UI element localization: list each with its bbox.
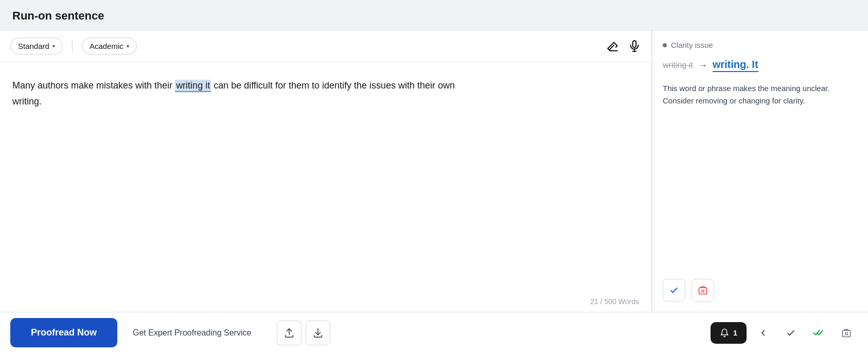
accept-all-icon	[813, 327, 824, 339]
eraser-button[interactable]	[606, 40, 619, 53]
style-chevron-icon: ▾	[52, 43, 55, 49]
upload-icon	[284, 327, 295, 339]
toolbar-icons	[606, 40, 641, 53]
arrow-icon: →	[698, 60, 707, 71]
word-count: 21 / 500 Words	[0, 293, 651, 312]
prev-button[interactable]	[752, 322, 774, 344]
prev-icon	[758, 328, 768, 338]
original-text: writing it	[663, 61, 693, 70]
editor-panel: Standard ▾ Academic ▾	[0, 30, 652, 312]
suggestion-description: This word or phrase makes the meaning un…	[663, 82, 858, 107]
clarity-label-row: Clarity issue	[663, 41, 858, 49]
accept-all-button[interactable]	[807, 322, 830, 344]
notification-button[interactable]: 1	[711, 322, 747, 344]
eraser-icon	[606, 40, 619, 53]
reject-icon	[698, 285, 708, 295]
upload-button[interactable]	[277, 321, 302, 345]
microphone-button[interactable]	[628, 40, 641, 53]
goal-chevron-icon: ▾	[127, 43, 129, 49]
accept-single-icon	[786, 328, 796, 338]
notification-count: 1	[733, 328, 737, 337]
proofread-now-button[interactable]: Proofread Now	[10, 318, 117, 347]
svg-rect-0	[633, 41, 636, 47]
suggestion-row: writing it → writing. It	[663, 59, 858, 72]
accept-icon	[669, 285, 679, 295]
main-area: Standard ▾ Academic ▾	[0, 30, 868, 312]
text-before-highlight: Many authors make mistakes with their	[12, 80, 175, 91]
download-button[interactable]	[306, 321, 330, 345]
accept-single-button[interactable]	[780, 322, 802, 344]
editor-toolbar: Standard ▾ Academic ▾	[0, 30, 651, 62]
accept-suggestion-button[interactable]	[663, 279, 685, 302]
highlighted-phrase: writing it	[175, 80, 211, 92]
delete-button[interactable]	[835, 322, 858, 344]
reject-suggestion-button[interactable]	[692, 279, 714, 302]
suggestion-actions	[663, 279, 858, 302]
download-icon	[312, 327, 324, 339]
bottom-bar: Proofread Now Get Expert Proofreading Se…	[0, 312, 868, 353]
style-select[interactable]: Standard ▾	[10, 38, 63, 55]
suggested-text: writing. It	[713, 59, 758, 72]
toolbar-divider	[72, 40, 73, 52]
top-bar: Run-on sentence	[0, 0, 868, 30]
clarity-issue-label: Clarity issue	[671, 41, 713, 49]
page-title: Run-on sentence	[12, 9, 104, 22]
svg-rect-3	[699, 288, 707, 294]
goal-select[interactable]: Academic ▾	[82, 38, 137, 55]
editor-text: Many authors make mistakes with their wr…	[12, 78, 475, 109]
delete-icon	[841, 328, 852, 338]
goal-label: Academic	[90, 42, 123, 50]
style-label: Standard	[18, 42, 49, 50]
right-panel: Clarity issue writing it → writing. It T…	[652, 30, 868, 312]
bell-icon	[720, 328, 729, 338]
editor-content[interactable]: Many authors make mistakes with their wr…	[0, 62, 651, 293]
clarity-dot-icon	[663, 43, 667, 47]
svg-rect-6	[843, 330, 851, 337]
expert-service-label: Get Expert Proofreading Service	[133, 328, 251, 338]
microphone-icon	[628, 40, 641, 53]
bottom-right: 1	[711, 322, 858, 344]
bottom-icons	[277, 321, 330, 345]
